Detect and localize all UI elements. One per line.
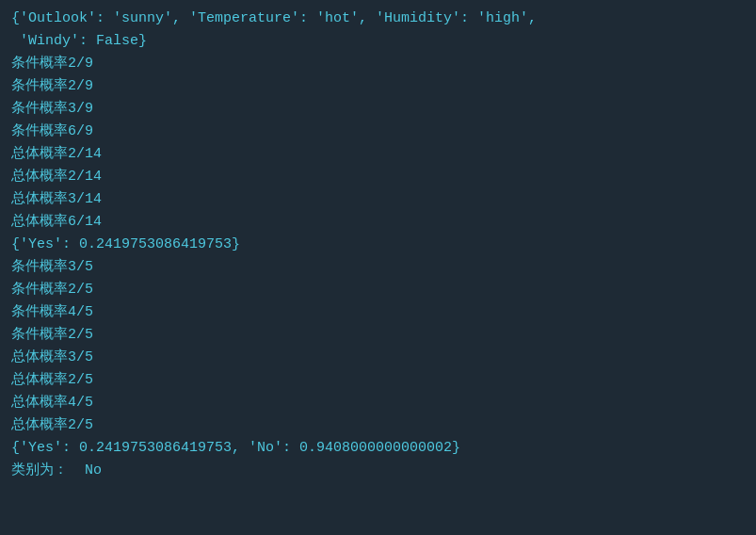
terminal-line-8: 总体概率2/14 xyxy=(11,166,745,188)
terminal-line-9: 总体概率3/14 xyxy=(11,188,745,211)
terminal-line-11: {'Yes': 0.2419753086419753} xyxy=(11,234,745,256)
terminal-line-14: 条件概率4/5 xyxy=(11,301,745,324)
terminal-line-21: 类别为： No xyxy=(11,460,745,482)
terminal-line-7: 总体概率2/14 xyxy=(11,143,745,166)
terminal-line-2: 'Windy': False} xyxy=(11,30,745,53)
terminal-line-6: 条件概率6/9 xyxy=(11,121,745,143)
terminal-line-18: 总体概率4/5 xyxy=(11,392,745,414)
terminal-line-4: 条件概率2/9 xyxy=(11,75,745,98)
terminal-line-16: 总体概率3/5 xyxy=(11,347,745,369)
terminal-output: {'Outlook': 'sunny', 'Temperature': 'hot… xyxy=(11,8,745,482)
terminal-line-20: {'Yes': 0.2419753086419753, 'No': 0.9408… xyxy=(11,437,745,460)
terminal-line-15: 条件概率2/5 xyxy=(11,324,745,347)
terminal-line-19: 总体概率2/5 xyxy=(11,414,745,437)
terminal-line-13: 条件概率2/5 xyxy=(11,279,745,301)
terminal-line-10: 总体概率6/14 xyxy=(11,211,745,234)
terminal-line-5: 条件概率3/9 xyxy=(11,98,745,121)
terminal-line-1: {'Outlook': 'sunny', 'Temperature': 'hot… xyxy=(11,8,745,30)
terminal-line-3: 条件概率2/9 xyxy=(11,53,745,75)
terminal-line-17: 总体概率2/5 xyxy=(11,369,745,392)
terminal-line-12: 条件概率3/5 xyxy=(11,256,745,279)
